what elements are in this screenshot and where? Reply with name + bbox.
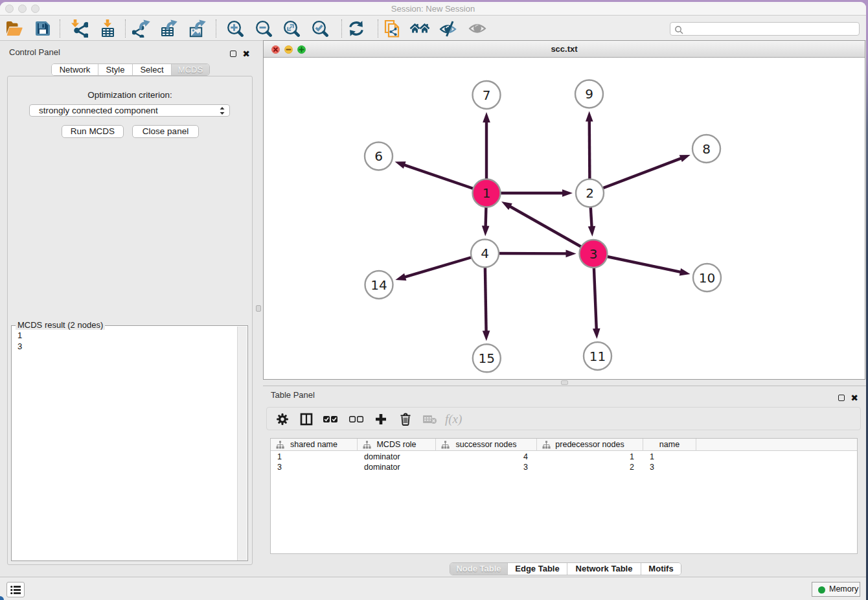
- graph-arrowhead: [483, 330, 490, 341]
- deselect-all-icon: [349, 414, 365, 424]
- graph-arrowhead: [680, 155, 691, 162]
- graph-arrowhead: [588, 226, 596, 237]
- graph-node-label: 10: [699, 270, 715, 286]
- graph-edge-2-8[interactable]: [590, 158, 682, 193]
- import-network-icon: [70, 19, 88, 38]
- table-row[interactable]: 1dominator411: [271, 452, 857, 462]
- column-header-shared-name[interactable]: shared name: [271, 439, 358, 451]
- delete-table-button: [420, 410, 440, 429]
- search-input[interactable]: [686, 23, 854, 35]
- task-history-button[interactable]: [6, 582, 25, 597]
- table-cell: 1: [271, 452, 358, 462]
- network-window-title: scc.txt: [264, 41, 865, 58]
- graph-arrowhead: [565, 250, 576, 258]
- result-scrollbar[interactable]: [237, 327, 247, 560]
- mcds-result-text: 1 3: [17, 330, 22, 352]
- column-label: successor nodes: [436, 439, 536, 451]
- select-all-icon: [323, 414, 339, 424]
- search-box[interactable]: [670, 22, 860, 36]
- column-settings-button[interactable]: [273, 410, 292, 429]
- delete-column-button[interactable]: [396, 410, 415, 429]
- zoom-in-button[interactable]: [223, 16, 247, 41]
- export-table-button[interactable]: [157, 16, 181, 41]
- zoom-out-button[interactable]: [252, 16, 275, 41]
- export-image-button[interactable]: [186, 16, 209, 41]
- table-cell: 1: [537, 452, 643, 462]
- clone-network-button[interactable]: [380, 16, 404, 41]
- hide-selected-icon: [440, 19, 457, 37]
- open-session-button[interactable]: [3, 16, 26, 41]
- vertical-split-divider[interactable]: [255, 41, 263, 577]
- column-header-MCDS-role[interactable]: MCDS role: [358, 439, 436, 451]
- graph-node-label: 2: [586, 185, 594, 201]
- graph-arrowhead: [680, 268, 691, 275]
- divider-handle[interactable]: [561, 380, 568, 385]
- float-panel-icon[interactable]: [230, 51, 236, 57]
- graph-arrowhead: [482, 225, 490, 236]
- first-neighbors-button[interactable]: [408, 16, 431, 41]
- import-table-icon: [99, 19, 116, 38]
- tab-network[interactable]: Network: [52, 64, 98, 75]
- show-all-button[interactable]: [466, 16, 489, 41]
- tab-motifs[interactable]: Motifs: [641, 563, 681, 575]
- import-network-button[interactable]: [67, 16, 91, 41]
- memory-button[interactable]: Memory: [812, 582, 860, 597]
- import-table-button[interactable]: [96, 16, 119, 41]
- window-title: Session: New Session: [0, 2, 866, 16]
- deselect-all-button[interactable]: [347, 410, 367, 429]
- toolbar-separator: [378, 19, 378, 38]
- main-toolbar: [0, 16, 866, 41]
- control-panel-tabs: NetworkStyleSelectMCDS: [51, 63, 210, 76]
- tab-mcds[interactable]: MCDS: [172, 64, 209, 75]
- float-panel-icon[interactable]: [838, 395, 845, 401]
- tab-edge-table[interactable]: Edge Table: [508, 563, 567, 575]
- save-session-button[interactable]: [31, 16, 54, 41]
- open-session-icon: [5, 20, 23, 37]
- divider-handle[interactable]: [256, 305, 261, 312]
- table-cell: 3: [271, 462, 358, 472]
- column-header-name[interactable]: name: [643, 439, 696, 451]
- zoom-selected-button[interactable]: [308, 16, 332, 41]
- run-mcds-button[interactable]: Run MCDS: [62, 125, 124, 138]
- tab-node-table[interactable]: Node Table: [450, 563, 508, 575]
- export-network-button[interactable]: [130, 16, 153, 41]
- node-table: shared nameMCDS rolesuccessor nodesprede…: [270, 438, 858, 554]
- hide-selected-button[interactable]: [437, 16, 460, 41]
- chevron-updown-icon: [218, 106, 226, 116]
- select-all-button[interactable]: [321, 410, 341, 429]
- column-header-predecessor-nodes[interactable]: predecessor nodes: [537, 439, 643, 451]
- graph-node-label: 11: [589, 349, 606, 364]
- zoom-fit-icon: [283, 20, 300, 37]
- mcds-result-area[interactable]: 1 3: [11, 325, 248, 561]
- control-panel-title: Control Panel: [9, 47, 60, 57]
- close-panel-icon[interactable]: ✖: [242, 51, 250, 57]
- split-view-button[interactable]: [297, 410, 316, 429]
- graph-node-label: 15: [479, 351, 495, 366]
- tab-select[interactable]: Select: [133, 64, 172, 75]
- add-column-icon: [375, 413, 387, 425]
- table-tabs: Node TableEdge TableNetwork TableMotifs: [450, 562, 681, 575]
- column-header-successor-nodes[interactable]: successor nodes: [436, 439, 537, 451]
- search-icon: [674, 25, 684, 35]
- table-row[interactable]: 3dominator323: [271, 462, 857, 472]
- network-canvas[interactable]: 1234678910111415: [264, 58, 865, 379]
- tab-network-table[interactable]: Network Table: [567, 563, 641, 575]
- network-window-titlebar[interactable]: scc.txt: [264, 41, 865, 58]
- first-neighbors-icon: [410, 21, 430, 36]
- save-session-icon: [34, 20, 51, 37]
- right-area: scc.txt 1234678910111415 Table Panel ✖ f…: [263, 41, 866, 577]
- add-column-button[interactable]: [371, 410, 391, 429]
- column-label: predecessor nodes: [537, 439, 643, 451]
- close-panel-button[interactable]: Close panel: [132, 125, 199, 138]
- table-cell: 2: [537, 462, 643, 472]
- optimization-criterion-select[interactable]: strongly connected component: [29, 104, 230, 117]
- table-panel-title: Table Panel: [271, 390, 315, 400]
- function-builder-icon: f(x): [444, 412, 466, 426]
- column-settings-icon: [277, 413, 289, 426]
- list-icon: [10, 585, 21, 595]
- graph-node-label: 7: [483, 87, 491, 103]
- close-panel-icon[interactable]: ✖: [851, 395, 858, 401]
- tab-style[interactable]: Style: [98, 64, 133, 75]
- zoom-fit-button[interactable]: [280, 16, 303, 41]
- refresh-layout-button[interactable]: [345, 16, 368, 41]
